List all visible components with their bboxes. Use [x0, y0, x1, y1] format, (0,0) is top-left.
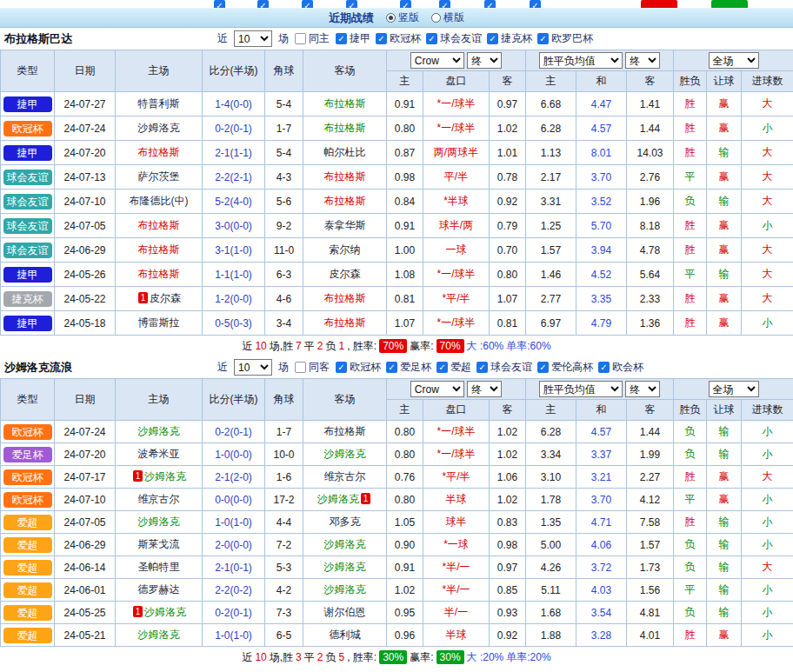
toolbar-checkbox-icon[interactable]: ✓ — [484, 0, 496, 9]
score-cell[interactable]: 3-1(1-0) — [203, 238, 265, 263]
home-team-cell[interactable]: 布隆德比(中) — [116, 190, 203, 214]
checkbox-unchecked-icon[interactable] — [295, 362, 306, 373]
checkbox-unchecked-icon[interactable] — [295, 33, 306, 44]
home-team-cell[interactable]: 1皮尔森 — [116, 287, 203, 311]
filter-league[interactable]: ✓捷克杯 — [487, 31, 532, 46]
layout-horizontal-option[interactable]: 横版 — [431, 10, 464, 25]
checkbox-checked-icon[interactable]: ✓ — [336, 33, 347, 44]
away-team-cell[interactable]: 布拉格斯 — [303, 287, 387, 311]
away-team-cell[interactable]: 沙姆洛克 — [303, 579, 387, 602]
away-team-cell[interactable]: 沙姆洛克 — [303, 443, 387, 466]
away-team-cell[interactable]: 沙姆洛克 — [303, 534, 387, 556]
checkbox-checked-icon[interactable]: ✓ — [386, 362, 397, 373]
filter-league[interactable]: ✓爱伦高杯 — [537, 360, 593, 375]
home-team-cell[interactable]: 布拉格斯 — [116, 263, 203, 287]
home-team-cell[interactable]: 1沙姆洛克 — [116, 602, 203, 624]
score-cell[interactable]: 0-2(0-1) — [203, 116, 265, 141]
match-count-select[interactable]: 10 — [234, 359, 272, 376]
score-cell[interactable]: 5-2(4-0) — [203, 190, 265, 214]
home-team-cell[interactable]: 沙姆洛克 — [116, 116, 203, 141]
score-cell[interactable]: 0-2(0-1) — [203, 421, 265, 443]
filter-league[interactable]: ✓欧冠杯 — [376, 31, 421, 46]
filter-league[interactable]: ✓欧冠杯 — [336, 360, 381, 375]
score-cell[interactable]: 3-0(0-0) — [203, 214, 265, 238]
toolbar-checkbox-icon[interactable]: ✓ — [439, 0, 450, 9]
home-team-cell[interactable]: 布拉格斯 — [116, 238, 203, 263]
score-cell[interactable]: 0-2(0-1) — [203, 602, 265, 624]
score-cell[interactable]: 2-2(2-1) — [203, 165, 265, 190]
away-team-cell[interactable]: 沙姆洛克 — [303, 556, 387, 579]
asia-source-select[interactable]: Crow — [410, 52, 464, 69]
score-cell[interactable]: 1-0(1-0) — [203, 511, 265, 534]
home-team-cell[interactable]: 布拉格斯 — [116, 214, 203, 238]
asia-final-select[interactable]: 终 — [467, 52, 502, 69]
scope-select[interactable]: 全场 — [709, 381, 759, 397]
away-team-cell[interactable]: 布拉格斯 — [303, 165, 387, 190]
toolbar-checkbox-icon[interactable]: ✓ — [400, 0, 411, 9]
score-cell[interactable]: 1-0(0-0) — [203, 443, 265, 466]
radio-selected-icon[interactable] — [386, 13, 396, 23]
filter-league[interactable]: ✓欧会杯 — [598, 360, 643, 375]
score-cell[interactable]: 0-5(0-3) — [203, 311, 265, 336]
home-team-cell[interactable]: 萨尔茨堡 — [116, 165, 203, 190]
filter-league[interactable]: ✓球会友谊 — [426, 31, 482, 46]
checkbox-checked-icon[interactable]: ✓ — [476, 362, 488, 373]
away-team-cell[interactable]: 皮尔森 — [303, 263, 387, 287]
toolbar-checkbox-icon[interactable]: ✓ — [530, 0, 541, 9]
checkbox-checked-icon[interactable]: ✓ — [436, 362, 448, 373]
filter-league[interactable]: ✓爱超 — [436, 360, 471, 375]
checkbox-checked-icon[interactable]: ✓ — [487, 33, 498, 44]
toolbar-checkbox-icon[interactable]: ✓ — [257, 0, 269, 9]
europe-final-select[interactable]: 终 — [625, 381, 660, 397]
europe-source-select[interactable]: 胜平负均值 — [539, 381, 623, 397]
europe-source-select[interactable]: 胜平负均值 — [539, 52, 623, 69]
away-team-cell[interactable]: 德利城 — [303, 624, 387, 647]
home-team-cell[interactable]: 斯莱戈流 — [116, 534, 203, 556]
scope-select[interactable]: 全场 — [709, 52, 759, 69]
home-team-cell[interactable]: 波希米亚 — [116, 443, 203, 466]
same-venue-filter[interactable]: 同主 — [295, 31, 330, 46]
home-team-cell[interactable]: 沙姆洛克 — [116, 624, 203, 647]
checkbox-checked-icon[interactable]: ✓ — [426, 33, 437, 44]
away-team-cell[interactable]: 布拉格斯 — [303, 116, 387, 141]
filter-league[interactable]: ✓球会友谊 — [476, 360, 532, 375]
score-cell[interactable]: 2-1(1-1) — [203, 141, 265, 165]
away-team-cell[interactable]: 沙姆洛克1 — [303, 489, 387, 511]
checkbox-checked-icon[interactable]: ✓ — [376, 33, 387, 44]
filter-league[interactable]: ✓爱足杯 — [386, 360, 431, 375]
layout-vertical-option[interactable]: 竖版 — [386, 10, 419, 25]
home-team-cell[interactable]: 1沙姆洛克 — [116, 466, 203, 489]
away-team-cell[interactable]: 布拉格斯 — [303, 311, 387, 336]
home-team-cell[interactable]: 博雷斯拉 — [116, 311, 203, 336]
match-count-select[interactable]: 10 — [234, 30, 272, 47]
filter-league[interactable]: ✓捷甲 — [336, 31, 370, 46]
toolbar-checkbox-icon[interactable]: ✓ — [346, 0, 357, 9]
home-team-cell[interactable]: 德罗赫达 — [116, 579, 203, 602]
score-cell[interactable]: 2-1(0-1) — [203, 556, 265, 579]
toolbar-green-button[interactable] — [711, 0, 748, 9]
home-team-cell[interactable]: 沙姆洛克 — [116, 421, 203, 443]
toolbar-red-button[interactable] — [641, 0, 677, 9]
score-cell[interactable]: 2-2(0-2) — [203, 579, 265, 602]
asia-source-select[interactable]: Crow — [410, 381, 464, 397]
score-cell[interactable]: 1-2(0-0) — [203, 287, 265, 311]
checkbox-checked-icon[interactable]: ✓ — [598, 362, 610, 373]
away-team-cell[interactable]: 布拉格斯 — [303, 92, 387, 116]
score-cell[interactable]: 1-0(1-0) — [203, 624, 265, 647]
score-cell[interactable]: 0-0(0-0) — [203, 489, 265, 511]
away-team-cell[interactable]: 邓多克 — [303, 511, 387, 534]
score-cell[interactable]: 1-1(1-0) — [203, 263, 265, 287]
away-team-cell[interactable]: 帕尔杜比 — [303, 141, 387, 165]
away-team-cell[interactable]: 维京古尔 — [303, 466, 387, 489]
checkbox-checked-icon[interactable]: ✓ — [537, 362, 549, 373]
filter-league[interactable]: ✓欧罗巴杯 — [537, 31, 593, 46]
home-team-cell[interactable]: 布拉格斯 — [116, 141, 203, 165]
away-team-cell[interactable]: 索尔纳 — [303, 238, 387, 263]
away-team-cell[interactable]: 泰拿华斯 — [303, 214, 387, 238]
home-team-cell[interactable]: 沙姆洛克 — [116, 511, 203, 534]
score-cell[interactable]: 2-1(2-0) — [203, 466, 265, 489]
same-venue-filter[interactable]: 同客 — [295, 360, 330, 375]
checkbox-checked-icon[interactable]: ✓ — [336, 362, 347, 373]
europe-final-select[interactable]: 终 — [625, 52, 660, 69]
toolbar-checkbox-icon[interactable]: ✓ — [214, 0, 225, 9]
